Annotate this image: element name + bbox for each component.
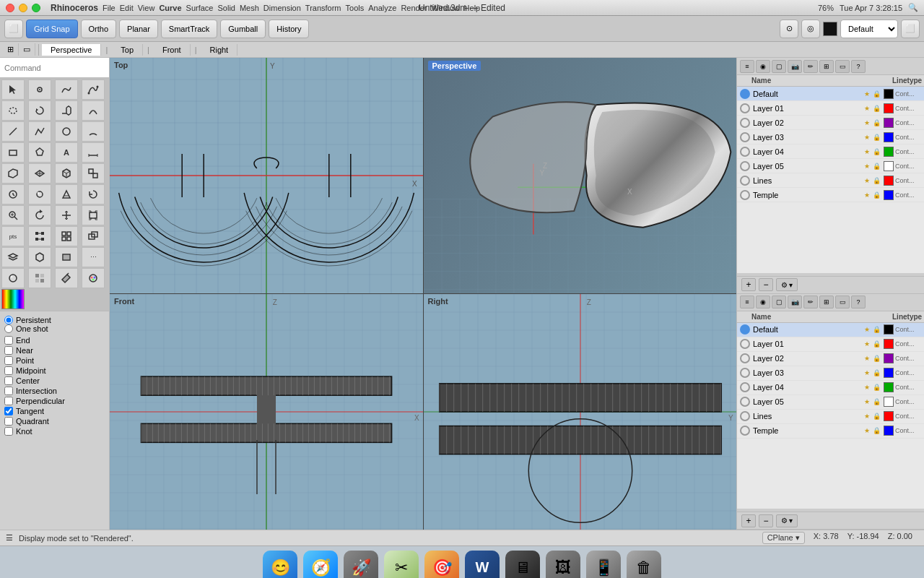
- revolve-tool[interactable]: [28, 100, 51, 121]
- layer-visibility-icon[interactable]: ★: [864, 148, 870, 155]
- viewport-front[interactable]: Front: [110, 294, 423, 530]
- dock-display[interactable]: 🖥: [505, 551, 540, 579]
- one-shot-radio[interactable]: One shot: [4, 324, 105, 333]
- layer-row[interactable]: Layer 02★🔒Cont...: [737, 116, 924, 130]
- layer-lock-icon[interactable]: 🔒: [873, 398, 881, 405]
- texture-tool[interactable]: [28, 268, 51, 288]
- material-tool[interactable]: [1, 268, 25, 288]
- viewport-single-icon[interactable]: ▭: [19, 43, 35, 56]
- layer-color-swatch[interactable]: [884, 89, 894, 99]
- extrude-curve-tool[interactable]: [55, 100, 78, 121]
- edit-points-tool[interactable]: pts: [1, 226, 25, 246]
- analyze-menu[interactable]: Analyze: [368, 4, 396, 12]
- layer-visibility-icon[interactable]: ★: [864, 134, 870, 141]
- ortho-button[interactable]: Ortho: [81, 20, 117, 38]
- layer-settings-button[interactable]: ⚙ ▾: [776, 278, 798, 291]
- dock-safari[interactable]: 🧭: [303, 551, 338, 579]
- dock-rhino[interactable]: ✂: [384, 551, 419, 579]
- point-tool[interactable]: [28, 79, 51, 100]
- layer-lock-icon[interactable]: 🔒: [873, 413, 881, 420]
- viewport-top[interactable]: Top: [110, 58, 423, 293]
- layer-lock-icon[interactable]: 🔒: [873, 177, 881, 184]
- layer-lock-icon[interactable]: 🔒: [873, 163, 881, 170]
- layer-radio[interactable]: [740, 397, 750, 407]
- add-layer-button[interactable]: +: [741, 278, 756, 291]
- osnap-knot[interactable]: Knot: [4, 427, 105, 436]
- osnap-perpendicular[interactable]: Perpendicular: [4, 397, 105, 405]
- layer-visibility-icon[interactable]: ★: [864, 90, 870, 98]
- arc-tool[interactable]: [82, 121, 105, 142]
- help2-icon[interactable]: ?: [851, 296, 866, 309]
- dock-finder[interactable]: 😊: [263, 551, 297, 579]
- select-tool[interactable]: [1, 79, 25, 100]
- smarttrack-button[interactable]: SmartTrack: [161, 20, 217, 38]
- pencil2-icon[interactable]: ✏: [803, 296, 818, 309]
- view-mode-select[interactable]: Default: [840, 20, 898, 38]
- layer-color-swatch[interactable]: [884, 118, 894, 128]
- grid2-icon[interactable]: ⊞: [819, 296, 834, 309]
- polyline-tool[interactable]: [28, 121, 51, 142]
- color-swatch[interactable]: [823, 22, 837, 36]
- layer-radio[interactable]: [740, 147, 750, 157]
- layer-color-swatch[interactable]: [884, 353, 894, 363]
- osnap-point[interactable]: Point: [4, 356, 105, 365]
- help-icon[interactable]: ?: [851, 60, 866, 73]
- dock-trash[interactable]: 🗑: [627, 551, 661, 579]
- polygon-tool[interactable]: [28, 142, 51, 163]
- history-button[interactable]: History: [269, 20, 309, 38]
- layer-row[interactable]: Temple★🔒Cont...: [737, 188, 924, 202]
- layer-color-swatch[interactable]: [884, 190, 894, 200]
- layer-color-swatch[interactable]: [884, 161, 894, 171]
- layer-radio[interactable]: [740, 382, 750, 392]
- layers2-icon[interactable]: ≡: [740, 296, 754, 309]
- layer-row[interactable]: Default★🔒Cont...: [737, 323, 924, 337]
- dock-launchpad[interactable]: 🚀: [344, 551, 378, 579]
- viewport-perspective[interactable]: Perspective: [424, 58, 737, 293]
- osnap-end[interactable]: End: [4, 336, 105, 345]
- layer-row[interactable]: Layer 02★🔒Cont...: [737, 352, 924, 366]
- remove-layer-button[interactable]: −: [759, 278, 773, 291]
- right-panel-toggle[interactable]: ⬜: [901, 20, 920, 38]
- layer-visibility-icon[interactable]: ★: [864, 355, 870, 362]
- sidebar-toggle-button[interactable]: ⬜: [4, 20, 23, 38]
- layer-lock-icon[interactable]: 🔒: [873, 90, 881, 98]
- more-tool[interactable]: ⋯: [82, 247, 105, 267]
- rotate-tool[interactable]: [28, 205, 51, 225]
- history-tool[interactable]: [82, 184, 105, 204]
- layer-lock-icon[interactable]: 🔒: [873, 427, 881, 434]
- layer-radio[interactable]: [740, 161, 750, 171]
- layer-lock-icon[interactable]: 🔒: [873, 340, 881, 348]
- command-input[interactable]: [0, 58, 109, 78]
- layer-row[interactable]: Lines★🔒Cont...: [737, 410, 924, 424]
- close-button[interactable]: [6, 4, 14, 12]
- curve-menu[interactable]: Curve: [159, 4, 181, 12]
- layer-lock-icon[interactable]: 🔒: [873, 326, 881, 333]
- transform-menu[interactable]: Transform: [305, 4, 341, 12]
- dimension-tool[interactable]: [82, 142, 105, 163]
- layer-color-swatch[interactable]: [884, 147, 894, 157]
- dock-app5[interactable]: 🎯: [424, 551, 459, 579]
- grid-snap-button[interactable]: Grid Snap: [26, 20, 78, 38]
- filter-icon[interactable]: ◉: [756, 60, 770, 73]
- layer-color-swatch[interactable]: [884, 397, 894, 407]
- layer-row[interactable]: Layer 04★🔒Cont...: [737, 381, 924, 395]
- tab-right[interactable]: Right: [201, 44, 238, 56]
- layer-radio[interactable]: [740, 411, 750, 421]
- freeform-tool[interactable]: [82, 79, 105, 100]
- spectrum-tool[interactable]: [1, 289, 25, 309]
- box2-icon[interactable]: ▢: [772, 296, 786, 309]
- cplane-label[interactable]: CPlane ▾: [762, 532, 805, 544]
- dock-photos[interactable]: 🖼: [546, 551, 580, 579]
- layer-row[interactable]: Layer 01★🔒Cont...: [737, 337, 924, 352]
- single2-icon[interactable]: ▭: [835, 296, 850, 309]
- layer-radio[interactable]: [740, 339, 750, 349]
- minimize-button[interactable]: [19, 4, 27, 12]
- filter2-icon[interactable]: ◉: [756, 296, 770, 309]
- layer-color-swatch[interactable]: [884, 103, 894, 113]
- planar-button[interactable]: Planar: [119, 20, 158, 38]
- layer-color-swatch[interactable]: [884, 368, 894, 378]
- solid-tool[interactable]: [55, 163, 78, 184]
- search-icon[interactable]: 🔍: [908, 3, 918, 12]
- layer-radio[interactable]: [740, 324, 750, 335]
- layer-radio[interactable]: [740, 118, 750, 128]
